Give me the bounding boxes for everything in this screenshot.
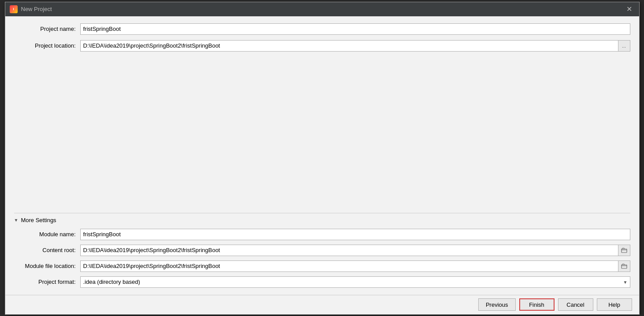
project-name-label: Project name: xyxy=(14,26,76,32)
svg-rect-1 xyxy=(622,265,627,268)
title-bar: I New Project ✕ xyxy=(5,2,639,16)
more-settings-label: More Settings xyxy=(21,217,56,223)
project-location-input-group: ... xyxy=(80,40,630,52)
project-format-row: Project format: .idea (directory based) … xyxy=(14,276,630,288)
project-format-label: Project format: xyxy=(14,279,76,285)
title-bar-left: I New Project xyxy=(10,5,52,13)
dialog-title: New Project xyxy=(21,6,52,12)
module-file-location-input[interactable] xyxy=(80,260,618,272)
help-button[interactable]: Help xyxy=(597,298,632,311)
project-location-input[interactable] xyxy=(80,40,618,52)
module-name-label: Module name: xyxy=(14,231,76,238)
project-name-row: Project name: xyxy=(14,23,630,35)
svg-rect-0 xyxy=(622,249,627,253)
content-spacer xyxy=(14,57,630,208)
new-project-dialog: I New Project ✕ Project name: Project lo… xyxy=(5,2,640,315)
dialog-content: Project name: Project location: ... ▼ Mo… xyxy=(5,16,639,295)
previous-button[interactable]: Previous xyxy=(478,298,516,311)
app-icon: I xyxy=(10,5,18,13)
module-file-location-browse-button[interactable] xyxy=(618,260,630,272)
project-location-label: Project location: xyxy=(14,42,76,49)
content-root-browse-button[interactable] xyxy=(618,245,630,256)
project-format-select-wrapper: .idea (directory based) .ipr (file based… xyxy=(80,276,630,288)
collapse-icon: ▼ xyxy=(14,218,19,223)
module-name-input[interactable] xyxy=(80,229,630,240)
cancel-button[interactable]: Cancel xyxy=(558,298,593,311)
more-settings-section: ▼ More Settings Module name: Content roo… xyxy=(14,213,630,288)
content-root-input-group xyxy=(80,245,630,256)
module-file-location-input-group xyxy=(80,260,630,272)
project-location-row: Project location: ... xyxy=(14,40,630,52)
content-root-row: Content root: xyxy=(14,245,630,256)
project-location-browse-button[interactable]: ... xyxy=(618,40,630,52)
content-root-label: Content root: xyxy=(14,247,76,253)
more-settings-content: Module name: Content root: xyxy=(14,229,630,288)
module-file-location-label: Module file location: xyxy=(14,263,76,269)
close-button[interactable]: ✕ xyxy=(624,5,635,14)
more-settings-header[interactable]: ▼ More Settings xyxy=(14,217,630,223)
module-name-row: Module name: xyxy=(14,229,630,240)
content-root-input[interactable] xyxy=(80,245,618,256)
project-name-input[interactable] xyxy=(80,23,630,35)
finish-button[interactable]: Finish xyxy=(519,298,555,311)
dialog-footer: Previous Finish Cancel Help xyxy=(5,295,639,314)
module-file-location-row: Module file location: xyxy=(14,260,630,272)
project-format-select[interactable]: .idea (directory based) .ipr (file based… xyxy=(80,276,630,288)
